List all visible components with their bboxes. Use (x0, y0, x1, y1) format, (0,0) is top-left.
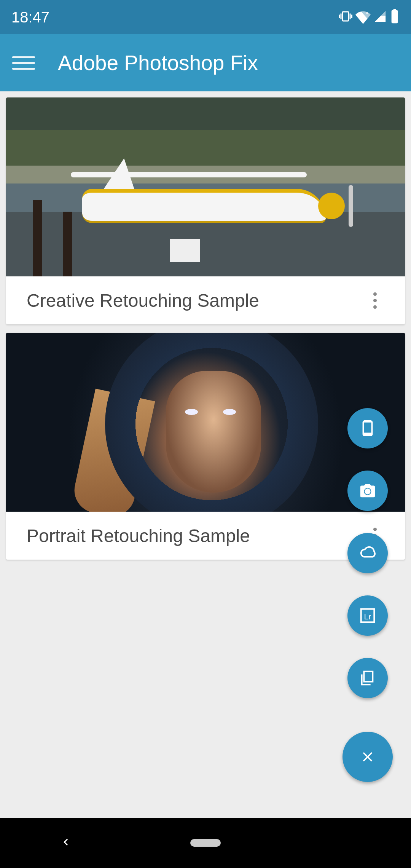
fab-creative-cloud[interactable] (347, 533, 388, 573)
project-card-footer: Creative Retouching Sample (6, 276, 405, 324)
menu-icon[interactable] (12, 51, 35, 74)
project-title: Portrait Retouching Sample (27, 525, 250, 546)
project-card[interactable]: Creative Retouching Sample (6, 97, 405, 324)
camera-icon (359, 482, 376, 499)
project-title: Creative Retouching Sample (27, 290, 259, 311)
status-icons: × (339, 9, 400, 26)
svg-text:Lr: Lr (364, 612, 371, 621)
status-time: 18:47 (11, 9, 49, 26)
files-icon (359, 669, 376, 687)
status-bar: 18:47 × (0, 0, 411, 34)
nav-home-pill[interactable] (190, 839, 221, 847)
app-title: Adobe Photoshop Fix (58, 51, 258, 75)
nav-back-button[interactable] (59, 835, 73, 850)
fab-lightroom[interactable]: Lr (347, 595, 388, 636)
svg-text:×: × (366, 10, 368, 15)
wifi-icon: × (355, 9, 371, 26)
fab-close[interactable] (342, 732, 393, 782)
battery-icon (390, 9, 400, 26)
fab-camera[interactable] (347, 471, 388, 511)
lightroom-icon: Lr (359, 607, 376, 624)
close-icon (360, 749, 376, 765)
app-bar: Adobe Photoshop Fix (0, 34, 411, 91)
signal-icon (374, 10, 387, 24)
project-thumbnail[interactable] (6, 97, 405, 276)
fab-phone[interactable] (347, 408, 388, 448)
creative-cloud-icon (359, 544, 376, 562)
fab-menu: Lr (342, 408, 393, 782)
more-options-icon[interactable] (366, 285, 384, 316)
phone-icon (359, 420, 376, 437)
fab-files[interactable] (347, 658, 388, 698)
vibrate-icon (339, 10, 352, 25)
chevron-left-icon (59, 835, 73, 849)
system-nav-bar (0, 818, 411, 868)
